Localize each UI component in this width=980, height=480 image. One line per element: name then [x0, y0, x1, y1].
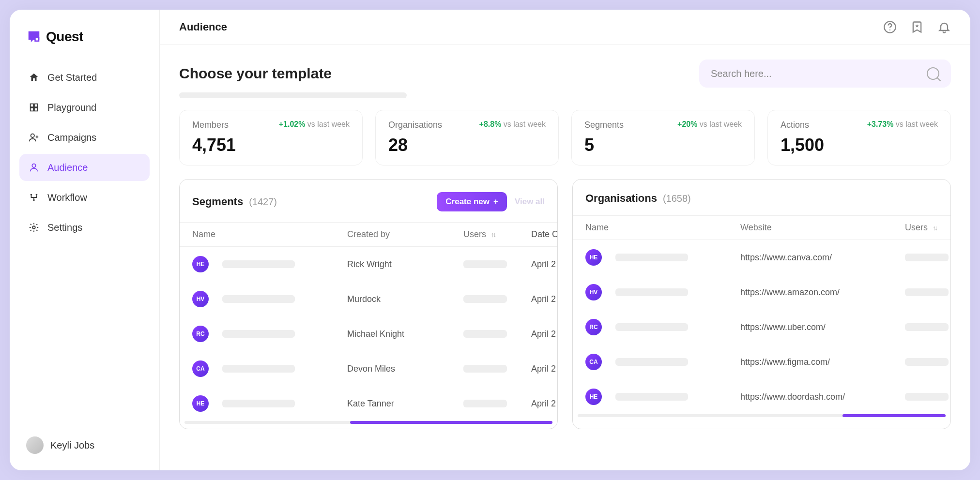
col-date[interactable]: Date Created	[531, 229, 558, 239]
created-by: Michael Knight	[347, 329, 463, 339]
sidebar-item-label: Workflow	[47, 192, 87, 203]
users-skeleton	[905, 323, 949, 331]
col-created-by[interactable]: Created by	[347, 229, 390, 239]
organisations-header-row: Name Website Users ↑↓	[573, 215, 950, 240]
logo[interactable]: Quest	[19, 24, 150, 64]
row-avatar: CA	[192, 360, 209, 377]
stat-card-organisations[interactable]: Organisations +8.8% vs last week 28	[375, 110, 559, 165]
table-row[interactable]: HE Rick Wright April 2	[180, 247, 557, 282]
stats-row: Members +1.02% vs last week 4,751 Organi…	[179, 110, 951, 165]
stat-period: vs last week	[700, 120, 742, 128]
table-row[interactable]: CA https://www.figma.com/	[573, 345, 950, 379]
user-plus-icon	[28, 132, 40, 143]
horizontal-scrollbar[interactable]	[578, 414, 946, 417]
stat-card-segments[interactable]: Segments +20% vs last week 5	[571, 110, 755, 165]
page-title: Audience	[179, 21, 227, 33]
date: April 2	[531, 294, 558, 304]
stat-delta: +20%	[677, 120, 697, 128]
organisations-card: Organisations (1658) Name Website Users …	[572, 179, 951, 429]
sidebar-item-settings[interactable]: Settings	[19, 214, 150, 241]
stat-card-members[interactable]: Members +1.02% vs last week 4,751	[179, 110, 363, 165]
sidebar-item-campaigns[interactable]: Campaigns	[19, 124, 150, 151]
table-row[interactable]: HE Kate Tanner April 2	[180, 386, 557, 421]
search-icon	[927, 67, 939, 80]
segments-card: Segments (1427) Create new + View all	[179, 179, 558, 429]
bookmark-icon[interactable]	[910, 20, 924, 34]
svg-rect-0	[35, 37, 39, 41]
create-new-button[interactable]: Create new +	[437, 192, 507, 211]
users-skeleton	[905, 288, 949, 296]
sidebar-item-workflow[interactable]: Workflow	[19, 184, 150, 211]
stat-card-actions[interactable]: Actions +3.73% vs last week 1,500	[767, 110, 951, 165]
stat-label: Organisations	[388, 120, 442, 130]
tables-row: Segments (1427) Create new + View all	[179, 179, 951, 429]
table-row[interactable]: RC Michael Knight April 2	[180, 316, 557, 351]
svg-point-5	[33, 199, 35, 201]
col-website[interactable]: Website	[740, 223, 772, 232]
name-skeleton	[222, 330, 295, 338]
gear-icon	[28, 222, 40, 233]
svg-point-6	[32, 226, 35, 229]
col-name[interactable]: Name	[192, 229, 215, 240]
search-placeholder: Search here...	[711, 68, 772, 79]
col-users[interactable]: Users	[905, 223, 928, 233]
svg-point-8	[889, 30, 890, 30]
topbar: Audience	[160, 10, 970, 45]
date: April 2	[531, 364, 558, 374]
users-skeleton	[463, 400, 507, 407]
col-name[interactable]: Name	[585, 223, 609, 233]
segments-title: Segments	[192, 195, 243, 208]
page-subtitle: Choose your template	[179, 65, 332, 82]
logo-text: Quest	[46, 29, 83, 45]
sidebar-item-label: Audience	[47, 162, 88, 173]
table-row[interactable]: HE https://www.canva.com/	[573, 240, 950, 275]
name-skeleton	[222, 295, 295, 303]
bell-icon[interactable]	[937, 20, 951, 34]
table-row[interactable]: HV Murdock April 2	[180, 282, 557, 316]
logo-mark-icon	[27, 30, 41, 44]
sidebar-item-playground[interactable]: Playground	[19, 94, 150, 121]
name-skeleton	[615, 358, 688, 366]
website: https://www.doordash.com/	[740, 392, 905, 402]
horizontal-scrollbar[interactable]	[184, 421, 552, 424]
row-avatar: RC	[585, 319, 602, 335]
row-avatar: RC	[192, 326, 209, 342]
table-row[interactable]: HE https://www.doordash.com/	[573, 379, 950, 414]
help-icon[interactable]	[883, 20, 897, 34]
users-skeleton	[463, 260, 507, 268]
sidebar-item-get-started[interactable]: Get Started	[19, 64, 150, 91]
table-row[interactable]: HV https://www.amazon.com/	[573, 275, 950, 310]
row-avatar: HE	[585, 249, 602, 266]
sidebar-item-audience[interactable]: Audience	[19, 154, 150, 181]
sort-icon[interactable]: ↑↓	[491, 231, 495, 239]
stat-delta: +3.73%	[867, 120, 894, 128]
app-shell: Quest Get Started Playground Campaigns A…	[10, 10, 970, 470]
stat-value: 4,751	[192, 135, 350, 155]
stat-label: Actions	[781, 120, 809, 130]
main: Audience Choose your template Search her…	[160, 10, 970, 470]
col-users[interactable]: Users	[463, 229, 486, 240]
row-avatar: HV	[585, 284, 602, 300]
created-by: Murdock	[347, 294, 463, 304]
sidebar-item-label: Settings	[47, 222, 82, 233]
date: April 2	[531, 329, 558, 339]
table-row[interactable]: RC https://www.uber.com/	[573, 310, 950, 345]
table-row[interactable]: CA Devon Miles April 2	[180, 351, 557, 386]
user-profile[interactable]: Keyli Jobs	[19, 430, 150, 461]
sidebar-item-label: Campaigns	[47, 132, 96, 143]
user-icon	[28, 162, 40, 173]
topbar-actions	[883, 20, 951, 34]
organisations-count: (1658)	[663, 193, 691, 204]
name-skeleton	[222, 400, 295, 407]
sidebar: Quest Get Started Playground Campaigns A…	[10, 10, 160, 470]
website: https://www.figma.com/	[740, 357, 905, 367]
row-avatar: HE	[192, 256, 209, 272]
svg-point-4	[36, 194, 38, 196]
created-by: Rick Wright	[347, 259, 463, 270]
segments-view-all[interactable]: View all	[515, 197, 545, 207]
search-input[interactable]: Search here...	[699, 60, 951, 88]
row-avatar: CA	[585, 354, 602, 370]
sort-icon[interactable]: ↑↓	[933, 224, 936, 232]
svg-point-2	[32, 164, 35, 167]
name-skeleton	[615, 323, 688, 331]
